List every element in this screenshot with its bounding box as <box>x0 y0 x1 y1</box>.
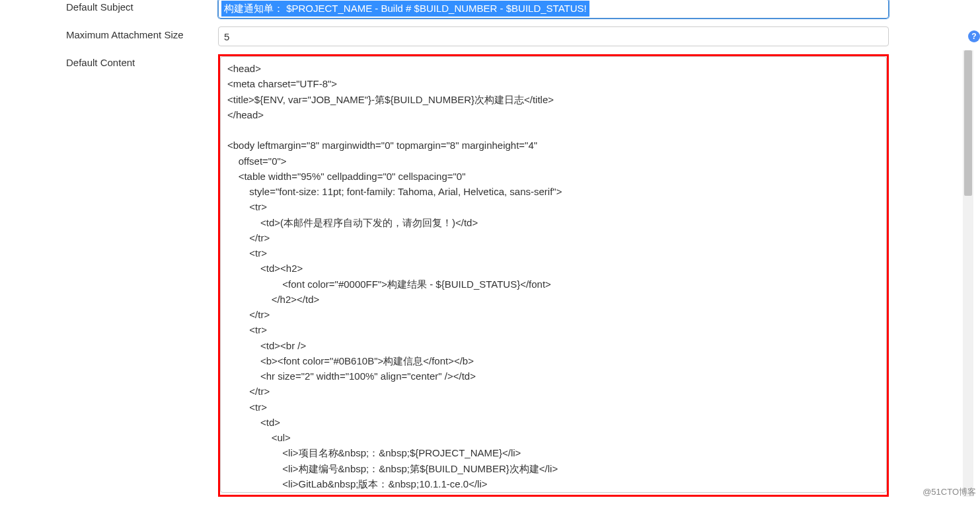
default-subject-selected-text: 构建通知单： $PROJECT_NAME - Build # $BUILD_NU… <box>221 1 589 17</box>
default-subject-label: Default Subject <box>0 0 218 13</box>
default-content-label: Default Content <box>0 54 218 68</box>
scrollbar-track[interactable] <box>963 50 973 497</box>
scrollbar-thumb[interactable] <box>964 50 972 196</box>
watermark: @51CTO博客 <box>923 486 976 498</box>
default-content-highlight-box <box>218 54 889 497</box>
max-attachment-label: Maximum Attachment Size <box>0 26 218 40</box>
help-icon[interactable]: ? <box>968 30 980 42</box>
default-content-textarea[interactable] <box>220 56 887 493</box>
default-subject-input[interactable]: 构建通知单： $PROJECT_NAME - Build # $BUILD_NU… <box>218 0 889 19</box>
max-attachment-input[interactable] <box>218 26 889 46</box>
